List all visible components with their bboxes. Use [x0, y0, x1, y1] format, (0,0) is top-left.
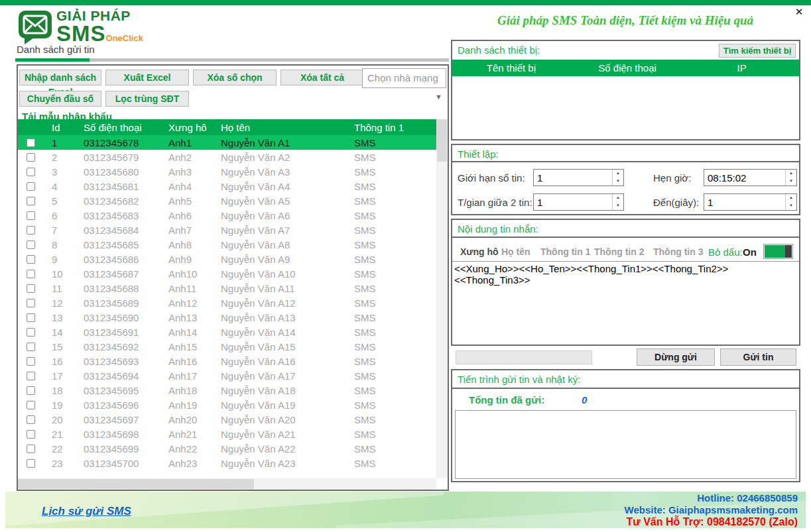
tab-danh-sach-gui-tin[interactable]: Danh sách gửi tin	[17, 44, 95, 55]
cell-name: Nguyễn Văn A11	[212, 283, 345, 294]
row-checkbox[interactable]	[27, 401, 35, 409]
table-row[interactable]: 40312345681Anh4Nguyễn Văn A4SMS	[18, 179, 436, 193]
table-row[interactable]: 50312345682Anh5Nguyễn Văn A5SMS	[18, 193, 436, 208]
row-checkbox[interactable]	[27, 343, 35, 351]
row-checkbox[interactable]	[27, 386, 35, 395]
row-checkbox[interactable]	[27, 182, 35, 191]
table-row[interactable]: 140312345691Anh14Nguyễn Văn A14SMS	[18, 325, 436, 339]
table-row[interactable]: 170312345694Anh17Nguyễn Văn A17SMS	[18, 368, 436, 383]
row-checkbox[interactable]	[27, 153, 35, 162]
vertical-scrollbar[interactable]	[436, 119, 448, 478]
cell-name: Nguyễn Văn A8	[212, 239, 345, 250]
spinner-down-icon[interactable]: ▼	[613, 178, 623, 186]
progress-log-panel: Tiến trình gửi tin và nhật ký: Tổng tin …	[451, 369, 800, 482]
row-checkbox[interactable]	[27, 138, 35, 147]
spinner-down-icon[interactable]: ▼	[786, 202, 796, 210]
dedupe-button[interactable]: Lọc trùng SĐT	[105, 91, 189, 107]
cell-phone: 0312345683	[75, 210, 160, 221]
spinner-up-icon[interactable]: ▲	[786, 194, 796, 202]
merge-field-info3[interactable]: Thông tin 3	[653, 246, 703, 257]
table-row[interactable]: 120312345689Anh12Nguyễn Văn A12SMS	[18, 295, 436, 310]
table-row[interactable]: 20312345679Anh2Nguyễn Văn A2SMS	[18, 150, 436, 164]
table-row[interactable]: 150312345692Anh15Nguyễn Văn A15SMS	[18, 339, 436, 354]
merge-field-salutation[interactable]: Xưng hô	[460, 246, 499, 257]
merge-field-info2[interactable]: Thông tin 2	[594, 246, 644, 257]
spinner-up-icon[interactable]: ▲	[613, 170, 623, 178]
export-excel-button[interactable]: Xuất Excel	[105, 70, 189, 85]
table-row[interactable]: 180312345695Anh18Nguyễn Văn A18SMS	[18, 383, 436, 398]
cell-id: 19	[43, 399, 75, 411]
row-checkbox[interactable]	[27, 168, 35, 176]
convert-prefix-button[interactable]: Chuyển đầu số	[19, 91, 101, 107]
horizontal-scrollbar[interactable]	[18, 478, 436, 490]
interval-value: 1	[537, 197, 542, 208]
row-checkbox[interactable]	[27, 240, 35, 249]
vertical-scrollbar-thumb[interactable]	[437, 119, 447, 162]
horizontal-scrollbar-thumb[interactable]	[18, 479, 254, 489]
row-checkbox[interactable]	[27, 313, 35, 322]
table-row[interactable]: 60312345683Anh6Nguyễn Văn A6SMS	[18, 208, 436, 223]
row-checkbox[interactable]	[27, 270, 35, 278]
total-sent-label: Tổng tin đã gửi:	[469, 394, 544, 405]
row-checkbox[interactable]	[27, 415, 35, 424]
device-search-button[interactable]: Tìm kiếm thiết bị	[719, 44, 796, 58]
cell-id: 16	[43, 356, 75, 367]
table-row[interactable]: 110312345688Anh11Nguyễn Văn A11SMS	[18, 281, 436, 295]
table-row[interactable]: 70312345684Anh7Nguyễn Văn A7SMS	[18, 223, 436, 237]
row-checkbox[interactable]	[27, 299, 35, 307]
row-checkbox[interactable]	[27, 211, 35, 220]
limit-spinner[interactable]: 1 ▲▼	[533, 169, 624, 186]
cell-name: Nguyễn Văn A3	[212, 166, 345, 178]
row-checkbox[interactable]	[27, 226, 35, 235]
row-checkbox[interactable]	[27, 372, 35, 380]
total-sent-value: 0	[582, 394, 587, 405]
cell-info1: SMS	[345, 166, 436, 178]
table-row[interactable]: 30312345680Anh3Nguyễn Văn A3SMS	[18, 164, 436, 179]
row-checkbox[interactable]	[27, 445, 35, 453]
message-content-textarea[interactable]	[452, 261, 799, 345]
spinner-up-icon[interactable]: ▲	[613, 194, 623, 202]
table-row[interactable]: 200312345697Anh20Nguyễn Văn A20SMS	[18, 412, 436, 427]
send-button[interactable]: Gửi tin	[720, 348, 796, 366]
cell-id: 23	[43, 458, 75, 469]
row-checkbox[interactable]	[27, 430, 35, 439]
table-row[interactable]: 90312345686Anh9Nguyễn Văn A9SMS	[18, 252, 436, 266]
table-row[interactable]: 160312345693Anh16Nguyễn Văn A16SMS	[18, 354, 436, 368]
table-row[interactable]: 80312345685Anh8Nguyễn Văn A8SMS	[18, 237, 436, 252]
table-row[interactable]: 210312345698Anh21Nguyễn Văn A21SMS	[18, 427, 436, 441]
stop-send-button[interactable]: Dừng gửi	[637, 348, 715, 366]
table-row[interactable]: 190312345696Anh19Nguyễn Văn A19SMS	[18, 398, 436, 412]
row-checkbox[interactable]	[27, 197, 35, 205]
row-checkbox[interactable]	[27, 255, 35, 264]
import-excel-button[interactable]: Nhập danh sách Excel	[19, 70, 101, 85]
spinner-down-icon[interactable]: ▼	[613, 202, 623, 210]
to-seconds-spinner[interactable]: 1 ▲▼	[704, 193, 797, 211]
schedule-spinner[interactable]: 08:15:02 ▲▼	[704, 169, 797, 186]
interval-spinner[interactable]: 1 ▲▼	[533, 193, 624, 211]
table-row[interactable]: 130312345690Anh13Nguyễn Văn A13SMS	[18, 310, 436, 325]
sms-history-link[interactable]: Lịch sử gửi SMS	[42, 505, 131, 518]
row-checkbox[interactable]	[27, 459, 35, 468]
table-row[interactable]: 10312345678Anh1Nguyễn Văn A1SMS	[18, 135, 436, 150]
col-info1: Thông tin 1	[345, 122, 436, 133]
merge-field-info1[interactable]: Thông tin 1	[540, 246, 590, 257]
row-checkbox[interactable]	[27, 284, 35, 293]
cell-id: 17	[43, 370, 75, 382]
delete-all-button[interactable]: Xóa tất cả	[281, 70, 364, 85]
merge-field-name[interactable]: Họ tên	[501, 246, 530, 257]
row-checkbox[interactable]	[27, 357, 35, 366]
delete-selected-button[interactable]: Xóa số chọn	[193, 70, 277, 85]
spinner-down-icon[interactable]: ▼	[786, 178, 796, 186]
cell-name: Nguyễn Văn A9	[212, 254, 345, 265]
cell-salutation: Anh2	[160, 152, 212, 163]
spinner-up-icon[interactable]: ▲	[786, 170, 796, 178]
devices-col-phone: Số điện thoại	[570, 62, 685, 74]
carrier-dropdown[interactable]: Chọn nhà mạng ▼	[362, 68, 446, 88]
to-seconds-label: Đến(giây):	[653, 197, 699, 208]
table-row[interactable]: 220312345699Anh22Nguyễn Văn A22SMS	[18, 441, 436, 456]
table-row[interactable]: 230312345700Anh23Nguyễn Văn A23SMS	[18, 456, 436, 470]
table-row[interactable]: 100312345687Anh10Nguyễn Văn A10SMS	[18, 266, 436, 281]
cell-phone: 0312345698	[75, 429, 160, 440]
remove-accents-toggle[interactable]	[763, 244, 793, 259]
row-checkbox[interactable]	[27, 328, 35, 337]
